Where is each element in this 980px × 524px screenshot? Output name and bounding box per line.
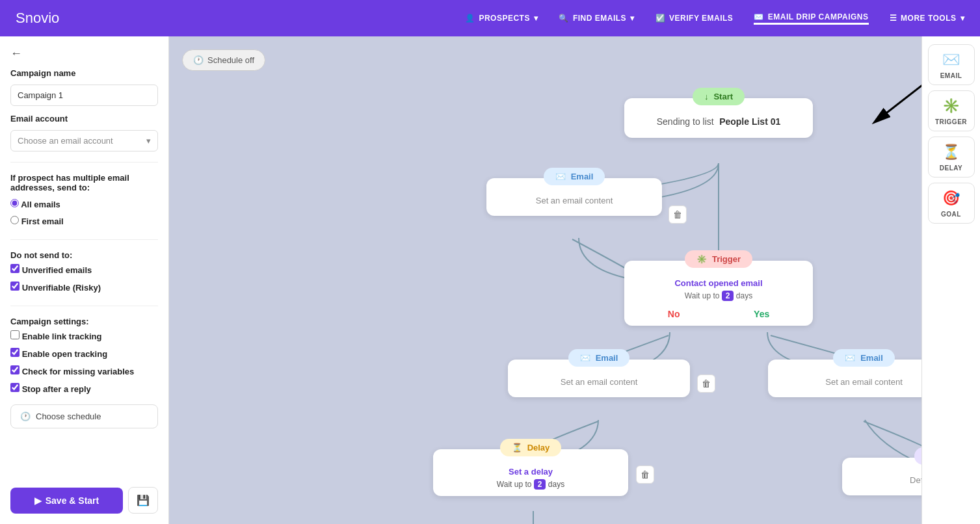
goal-header: 🎯 Goal [914,447,921,465]
email-account-section: Email account Choose an email account ▾ [10,114,158,151]
flow-canvas: 🕐 Schedule off [169,36,921,524]
stop-reply-checkbox[interactable]: Stop after a reply [10,383,158,394]
clock-icon: 🕐 [20,412,31,421]
logo: Snovio [16,10,59,27]
nav-more-tools[interactable]: ☰ MORE TOOLS ▾ [890,14,964,23]
nav-email-drip[interactable]: ✉️ EMAIL DRIP CAMPAIGNS [754,12,868,25]
email-account-label: Email account [10,114,158,124]
multiple-email-section: If prospect has multiple email addresses… [10,173,158,229]
email1-delete-button[interactable]: 🗑 [669,205,687,224]
email1-header: ✉️ Email [544,168,605,185]
floppy-icon: 💾 [137,495,150,506]
back-button[interactable]: ← [10,47,158,60]
start-node[interactable]: ↓ Start Sending to list People List 01 [624,98,813,138]
nav-verify-emails[interactable]: ☑️ VERIFY EMAILS [656,14,734,23]
prospects-icon: 👤 [465,14,475,23]
unverified-checkbox[interactable]: Unverified emails [10,264,158,275]
link-tracking-checkbox[interactable]: Enable link tracking [10,330,158,341]
email1-content: Set an email content [486,196,662,216]
panel-delay-card[interactable]: ⏳ DELAY [928,137,975,177]
right-panel: ✉️ EMAIL ✳️ TRIGGER ⏳ DELAY 🎯 GOAL [921,36,980,524]
email2-icon: ✉️ [580,353,590,363]
email-node-2[interactable]: ✉️ Email Set an email content [508,360,690,397]
save-icon-button[interactable]: 💾 [128,487,158,514]
campaign-name-input[interactable] [10,85,158,106]
clock-icon: 🕐 [193,55,204,65]
delay-wait: Wait up to 2 days [433,479,628,496]
trigger-node[interactable]: ✳️ Trigger Contact opened email Wait up … [624,261,813,326]
panel-goal-icon: 🎯 [942,190,960,207]
missing-vars-checkbox[interactable]: Check for missing variables [10,365,158,376]
more-tools-icon: ☰ [890,14,897,23]
email2-delete-button[interactable]: 🗑 [697,374,715,393]
trigger-wait-info: Wait up to 2 days [624,291,813,305]
delay-delete-button[interactable]: 🗑 [636,465,654,484]
start-node-header: ↓ Start [693,88,745,105]
do-not-send-label: Do not send to: [10,250,158,260]
save-start-button[interactable]: ▶ Save & Start [10,488,123,514]
delay-icon: ⏳ [512,443,522,452]
email3-icon: ✉️ [845,353,855,363]
panel-email-card[interactable]: ✉️ EMAIL [928,44,975,85]
email-account-dropdown[interactable]: Choose an email account ▾ [10,130,158,151]
radio-first-email[interactable]: First email [10,216,158,226]
email1-icon: ✉️ [555,172,566,181]
unverifiable-checkbox[interactable]: Unverifiable (Risky) [10,282,158,293]
email-drip-icon: ✉️ [754,12,764,21]
goal-node[interactable]: 🎯 Goal Define goal name [842,458,921,495]
nav-find-emails[interactable]: 🔍 FIND EMAILS ▾ [559,14,634,23]
panel-trigger-icon: ✳️ [942,98,960,114]
panel-trigger-card[interactable]: ✳️ TRIGGER [928,90,975,131]
choose-schedule-button[interactable]: 🕐 Choose schedule [10,404,158,428]
sidebar: ← Campaign name Email account Choose an … [0,36,169,524]
annotation-arrow [819,68,921,146]
email2-content: Set an email content [508,377,690,397]
multiple-email-label: If prospect has multiple email addresses… [10,173,158,192]
find-emails-icon: 🔍 [559,14,569,23]
email3-content: Set an email content [768,377,921,397]
play-icon: ▶ [34,495,42,506]
campaign-name-section: Campaign name [10,68,158,106]
panel-goal-card[interactable]: 🎯 GOAL [928,183,975,224]
save-start-row: ▶ Save & Start 💾 [10,487,158,514]
start-node-body: Sending to list People List 01 [624,116,813,138]
trigger-yn-row: No Yes [624,305,813,326]
campaign-name-label: Campaign name [10,68,158,78]
nav-items: 👤 PROSPECTS ▾ 🔍 FIND EMAILS ▾ ☑️ VERIFY … [465,12,964,25]
down-arrow-icon: ↓ [704,92,709,101]
panel-delay-icon: ⏳ [942,144,960,161]
open-tracking-checkbox[interactable]: Enable open tracking [10,348,158,359]
radio-group: All emails First email [10,199,158,229]
nav-prospects[interactable]: 👤 PROSPECTS ▾ [465,14,538,23]
goal-content: Define goal name [842,475,921,495]
do-not-send-section: Do not send to: Unverified emails Unveri… [10,250,158,295]
trigger-header: ✳️ Trigger [685,250,752,268]
delay-node[interactable]: ⏳ Delay Set a delay Wait up to 2 days [433,449,628,496]
verify-emails-icon: ☑️ [656,14,666,23]
chevron-down-icon: ▾ [146,136,151,146]
panel-email-icon: ✉️ [942,51,960,68]
email3-header: ✉️ Email [833,349,895,367]
email-node-1[interactable]: ✉️ Email Set an email content [486,178,662,216]
delay-info: Set a delay [433,467,628,479]
svg-line-0 [878,74,921,120]
campaign-settings-section: Campaign settings: Enable link tracking … [10,317,158,397]
delay-header: ⏳ Delay [500,439,562,456]
trigger-icon: ✳️ [696,254,707,264]
email2-header: ✉️ Email [568,349,630,367]
schedule-off-button[interactable]: 🕐 Schedule off [182,49,265,71]
email-node-3[interactable]: ✉️ Email Set an email content [768,360,921,397]
trigger-info: Contact opened email [624,278,813,291]
radio-all-emails[interactable]: All emails [10,199,158,209]
campaign-settings-label: Campaign settings: [10,317,158,326]
